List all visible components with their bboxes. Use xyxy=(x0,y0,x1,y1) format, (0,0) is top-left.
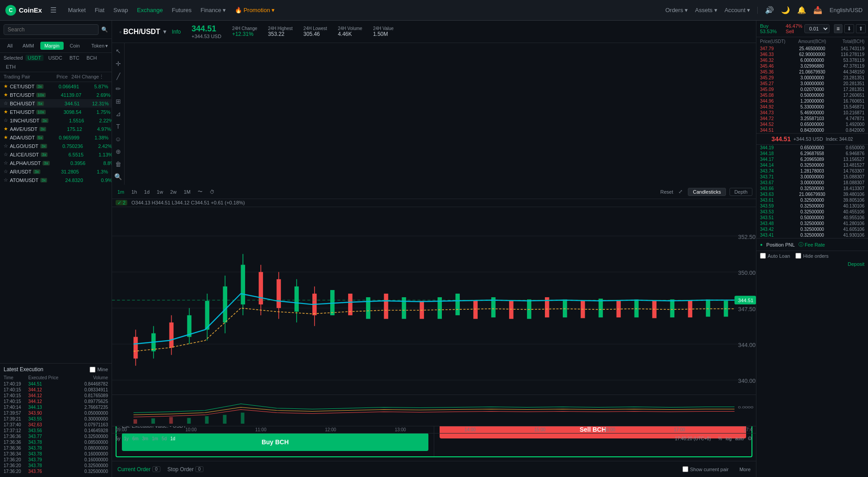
settings-icon[interactable]: ⚙ xyxy=(747,435,752,442)
list-item[interactable]: ★ AAVE/USDT 3x 175.12 4.97% xyxy=(0,125,112,133)
candlestick-chart[interactable]: 344.51 352.50 350.00 347.50 344.00 340.0… xyxy=(112,207,756,395)
list-item[interactable]: ☆ ATOM/USDT 3x 24.8320 0.9% xyxy=(0,176,112,184)
list-item[interactable]: ☆ 1INCH/USDT 3x 1.5516 2.22% xyxy=(0,116,112,125)
depth-selector[interactable]: 0.01 xyxy=(804,24,829,33)
tab-amm[interactable]: AMM xyxy=(19,42,38,49)
time-2w[interactable]: 2w xyxy=(168,188,178,195)
ruler-tool[interactable]: ⊿ xyxy=(113,108,124,120)
chip-eth[interactable]: ETH xyxy=(4,64,18,70)
reset-btn[interactable]: Reset xyxy=(661,189,674,195)
ob-ask-row[interactable]: 345.27 3.00000000 20.281351 xyxy=(756,81,868,87)
tab-all[interactable]: All xyxy=(4,42,16,49)
list-item[interactable]: ★ CET/USDT 3x 0.066491 5.87% xyxy=(0,82,112,91)
list-item[interactable]: ☆ ALPHA/USDT 3x 0.3956 8.8% xyxy=(0,159,112,167)
nav-market[interactable]: Market xyxy=(68,7,86,13)
ob-ask-row[interactable]: 344.73 5.46900000 10.216871 xyxy=(756,110,868,116)
ob-bid-row[interactable]: 343.71 3.00000000 15.088307 xyxy=(756,174,868,180)
log-btn[interactable]: log xyxy=(725,436,731,441)
hide-orders-check[interactable] xyxy=(795,253,801,259)
range-5d[interactable]: 5d xyxy=(162,436,167,441)
magnet-tool[interactable]: ⊕ xyxy=(113,145,124,158)
info-label[interactable]: Info xyxy=(172,29,181,35)
star-icon[interactable]: ★ xyxy=(4,92,8,98)
ob-ask-row[interactable]: 344.92 5.33000000 15.546871 xyxy=(756,104,868,110)
speaker-icon[interactable]: 🔊 xyxy=(765,6,774,14)
ob-bid-row[interactable]: 343.61 0.32500000 39.805106 xyxy=(756,197,868,203)
line-tool[interactable]: ╱ xyxy=(114,70,123,82)
star-icon[interactable]: ☆ xyxy=(4,177,8,183)
ob-ask-row[interactable]: 347.79 25.46500000 141.743119 xyxy=(756,46,868,52)
time-1m[interactable]: 1m xyxy=(116,188,126,195)
ob-ask-row[interactable]: 345.46 3.02996880 47.378119 xyxy=(756,63,868,69)
ob-ask-row[interactable]: 346.33 62.90000000 116.278119 xyxy=(756,52,868,57)
mine-check[interactable] xyxy=(90,367,95,373)
nav-futures[interactable]: Futures xyxy=(172,7,191,13)
list-item[interactable]: ★ ADA/USDT 5x 0.965999 1.38% xyxy=(0,133,112,142)
ob-bid-row[interactable]: 343.63 21.06679930 39.480106 xyxy=(756,191,868,197)
star-icon[interactable]: ☆ xyxy=(4,160,8,166)
language-selector[interactable]: English/USD xyxy=(829,7,863,13)
ob-bid-row[interactable]: 344.14 0.32500000 13.481527 xyxy=(756,162,868,168)
time-1M[interactable]: 1M xyxy=(182,188,192,195)
nav-promotion[interactable]: 🔥 Promotion ▾ xyxy=(235,7,275,13)
chip-usdc[interactable]: USDC xyxy=(46,55,65,61)
chip-bch[interactable]: BCH xyxy=(84,55,99,61)
ob-ask-row[interactable]: 345.09 0.02070000 17.281351 xyxy=(756,87,868,92)
more-button[interactable]: More xyxy=(739,467,751,472)
ob-bid-row[interactable]: 343.74 1.28178003 14.763307 xyxy=(756,168,868,174)
nav-fiat[interactable]: Fiat xyxy=(95,7,104,13)
list-item[interactable]: ☆ BCH/USDT 5x 344.51 12.31% xyxy=(0,99,112,108)
zoom-tool[interactable]: 🔍 xyxy=(112,170,125,183)
logo[interactable]: C CoinEx xyxy=(5,5,42,16)
emoji-tool[interactable]: ☺ xyxy=(112,133,124,145)
ob-bid-row[interactable]: 343.41 0.32500000 41.930106 xyxy=(756,232,868,238)
range-1m[interactable]: 1m xyxy=(152,436,158,441)
tab-margin[interactable]: Margin xyxy=(40,42,64,50)
ob-ask-row[interactable]: 344.51 0.84200000 0.842000 xyxy=(756,127,868,133)
tab-coin[interactable]: Coin xyxy=(66,42,84,49)
text-tool[interactable]: T xyxy=(113,120,123,133)
auto-btn[interactable]: auto xyxy=(735,436,744,441)
range-5y[interactable]: 5y xyxy=(116,436,121,441)
ob-ask-row[interactable]: 345.08 0.50000000 17.260651 xyxy=(756,92,868,98)
auto-loan-check[interactable] xyxy=(760,253,766,259)
hide-orders-label[interactable]: Hide orders xyxy=(795,253,829,259)
measure-tool[interactable]: ⊞ xyxy=(113,95,124,108)
mine-checkbox[interactable]: Mine xyxy=(90,367,108,373)
star-icon[interactable]: ★ xyxy=(4,134,8,140)
nav-finance[interactable]: Finance ▾ xyxy=(201,7,226,13)
ob-ask-row[interactable]: 345.36 21.06679930 44.348150 xyxy=(756,69,868,75)
ob-bid-row[interactable]: 343.42 0.32500000 41.605106 xyxy=(756,226,868,232)
chip-usdt[interactable]: USDT xyxy=(26,55,43,61)
list-item[interactable]: ☆ ALGO/USDT 3x 0.750236 2.42% xyxy=(0,142,112,150)
ob-bid-row[interactable]: 343.59 0.32500000 40.130106 xyxy=(756,203,868,209)
tab-token-dropdown[interactable]: Token ▾ xyxy=(91,43,108,49)
menu-icon[interactable]: ☰ xyxy=(50,6,56,14)
time-1h[interactable]: 1h xyxy=(130,188,138,195)
crosshair-tool[interactable]: ✛ xyxy=(113,57,124,70)
list-item[interactable]: ★ ETH/USDT 10x 3098.54 1.75% xyxy=(0,108,112,116)
range-3m[interactable]: 3m xyxy=(142,436,148,441)
wave-icon[interactable]: 〜 xyxy=(196,187,204,196)
nav-assets[interactable]: Assets ▾ xyxy=(695,7,717,13)
list-item[interactable]: ★ BTC/USDT 10x 41139.07 2.69% xyxy=(0,91,112,99)
ob-bid-row[interactable]: 344.17 6.20965089 13.156527 xyxy=(756,156,868,162)
search-input[interactable] xyxy=(4,24,99,35)
chip-btc[interactable]: BTC xyxy=(67,55,82,61)
show-pair-check[interactable] xyxy=(682,466,688,472)
candlesticks-btn[interactable]: Candlesticks xyxy=(688,188,725,196)
moon-icon[interactable]: 🌙 xyxy=(781,6,790,14)
ob-view-asks[interactable]: ⬇ xyxy=(844,24,854,33)
star-icon[interactable]: ☆ xyxy=(4,100,8,106)
ob-ask-row[interactable]: 344.96 1.20000000 16.760651 xyxy=(756,98,868,104)
sort-icon[interactable]: ⋮ xyxy=(99,74,108,80)
fee-rate-link[interactable]: ⓘ Fee Rate xyxy=(799,241,825,248)
cursor-tool[interactable]: ↖ xyxy=(113,45,124,57)
pair-dropdown-icon[interactable]: ▼ xyxy=(162,29,168,35)
ob-bid-row[interactable]: 344.18 6.29687658 6.946876 xyxy=(756,151,868,156)
nav-account[interactable]: Account ▾ xyxy=(725,7,751,13)
ob-bid-row[interactable]: 344.19 0.65000000 0.650000 xyxy=(756,145,868,151)
star-icon[interactable]: ☆ xyxy=(4,117,8,123)
ob-ask-row[interactable]: 346.32 6.00000000 53.378119 xyxy=(756,57,868,63)
stop-order-tab[interactable]: Stop Order 0 xyxy=(168,466,203,473)
